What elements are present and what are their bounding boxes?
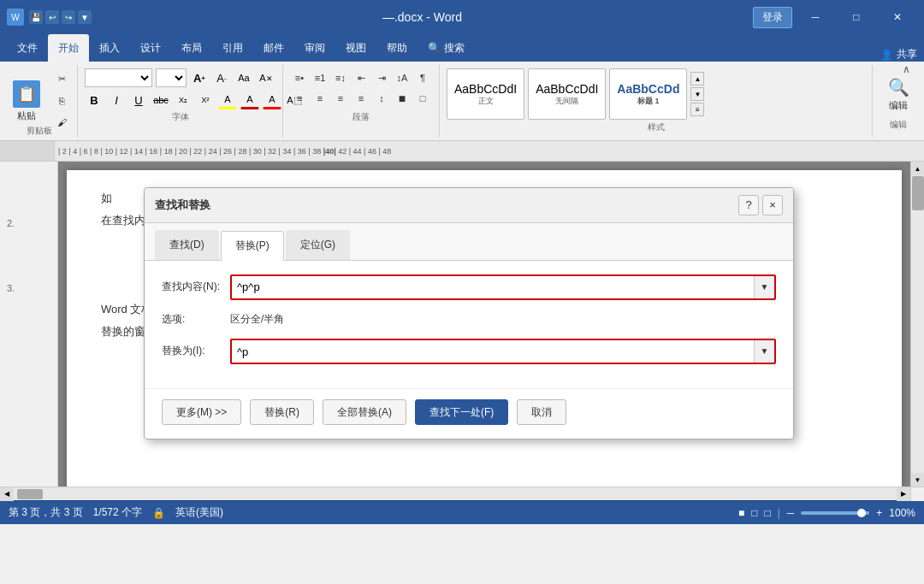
- decrease-indent-button[interactable]: ⇤: [352, 68, 370, 87]
- statusbar-left: 第 3 页，共 3 页 1/572 个字 🔒 英语(美国): [9, 505, 223, 520]
- tab-view[interactable]: 视图: [335, 34, 376, 62]
- ribbon-collapse-button[interactable]: ∧: [903, 63, 910, 75]
- scroll-left-button[interactable]: ◀: [0, 487, 14, 501]
- tab-replace[interactable]: 替换(P): [221, 231, 284, 261]
- scroll-down-button[interactable]: ▼: [911, 473, 925, 487]
- tab-review[interactable]: 审阅: [294, 34, 335, 62]
- italic-button[interactable]: I: [107, 91, 126, 109]
- dialog-buttons: 更多(M) >> 替换(R) 全部替换(A) 查找下一处(F) 取消: [145, 388, 793, 439]
- increase-indent-button[interactable]: ⇥: [372, 68, 391, 87]
- dialog-overlay: 查找和替换 ? × 查找(D) 替换(P) 定位(G) 查找内容(N: [67, 170, 902, 487]
- justify-button[interactable]: ≡: [352, 89, 370, 108]
- scroll-up-button[interactable]: ▲: [911, 162, 925, 175]
- share-button[interactable]: 👤 共享: [880, 47, 917, 62]
- tab-mailings[interactable]: 邮件: [253, 34, 294, 62]
- paste-button[interactable]: 📋 粘贴: [5, 68, 48, 133]
- shading-button[interactable]: ■: [393, 89, 412, 108]
- underline-button[interactable]: U: [129, 91, 148, 109]
- cut-button[interactable]: ✂: [51, 71, 72, 88]
- subscript-button[interactable]: X₂: [174, 91, 192, 109]
- style-normal[interactable]: AaBbCcDdI 正文: [447, 68, 524, 120]
- tab-help[interactable]: 帮助: [376, 34, 418, 62]
- styles-scroll-up[interactable]: ▲: [690, 72, 704, 86]
- minimize-button[interactable]: ─: [796, 4, 835, 30]
- maximize-button[interactable]: □: [837, 4, 876, 30]
- tab-search[interactable]: 🔍搜索: [418, 34, 475, 62]
- login-button[interactable]: 登录: [753, 7, 792, 28]
- superscript-button[interactable]: X²: [196, 91, 215, 109]
- tab-goto[interactable]: 定位(G): [286, 230, 350, 260]
- find-dropdown-button[interactable]: ▼: [754, 276, 774, 298]
- dialog-close-button[interactable]: ×: [762, 195, 783, 215]
- copy-button[interactable]: ⎘: [51, 92, 72, 109]
- redo-quick-btn[interactable]: ↪: [62, 10, 75, 24]
- tab-layout[interactable]: 布局: [171, 34, 212, 62]
- cancel-button[interactable]: 取消: [517, 399, 566, 425]
- h-scroll-track[interactable]: [14, 487, 897, 500]
- sort-button[interactable]: ↕A: [393, 68, 412, 87]
- change-case-button[interactable]: Aa: [234, 68, 253, 87]
- tab-insert[interactable]: 插入: [89, 34, 130, 62]
- replace-all-button[interactable]: 全部替换(A): [323, 399, 406, 425]
- zoom-slider[interactable]: [801, 511, 869, 515]
- replace-input[interactable]: [232, 340, 750, 363]
- font-row2: B I U abc X₂ X² A A A A⬚: [85, 91, 275, 109]
- tab-home[interactable]: 开始: [48, 34, 89, 62]
- tab-find[interactable]: 查找(D): [155, 230, 219, 260]
- bullets-button[interactable]: ≡•: [290, 68, 309, 87]
- clear-format-button[interactable]: A✕: [257, 68, 275, 87]
- save-quick-btn[interactable]: 💾: [29, 10, 43, 24]
- tab-references[interactable]: 引用: [212, 34, 253, 62]
- find-next-button[interactable]: 查找下一处(F): [415, 399, 508, 425]
- customize-quick-btn[interactable]: ▼: [78, 10, 92, 24]
- font-color2-button[interactable]: A: [263, 91, 281, 109]
- font-color-button[interactable]: A: [218, 91, 237, 109]
- tab-file[interactable]: 文件: [7, 34, 48, 62]
- zoom-level: 100%: [889, 507, 915, 519]
- zoom-out-button[interactable]: ─: [787, 507, 795, 519]
- zoom-in-button[interactable]: +: [876, 507, 882, 519]
- font-family-select[interactable]: [85, 68, 152, 87]
- style-no-spacing-preview: AaBbCcDdI: [536, 82, 598, 96]
- replace-button[interactable]: 替换(R): [250, 399, 314, 425]
- align-center-button[interactable]: ≡: [311, 89, 329, 108]
- zoom-thumb: [857, 509, 866, 517]
- align-right-button[interactable]: ≡: [331, 89, 350, 108]
- replace-dropdown-button[interactable]: ▼: [754, 340, 774, 363]
- h-scroll-thumb[interactable]: [17, 489, 43, 499]
- view-icon-web[interactable]: □: [751, 507, 757, 519]
- options-row: 选项: 区分全/半角: [162, 310, 776, 329]
- borders-button[interactable]: □: [413, 89, 432, 108]
- scroll-thumb[interactable]: [912, 176, 924, 210]
- strikethrough-button[interactable]: abc: [151, 91, 170, 109]
- tab-design[interactable]: 设计: [130, 34, 171, 62]
- numbering-button[interactable]: ≡1: [311, 68, 329, 87]
- word-icon: W: [7, 9, 24, 26]
- align-left-button[interactable]: ≡: [290, 89, 309, 108]
- view-icon-print[interactable]: ■: [738, 507, 744, 519]
- scroll-right-button[interactable]: ▶: [897, 487, 910, 501]
- line-spacing-button[interactable]: ↕: [372, 89, 391, 108]
- undo-quick-btn[interactable]: ↩: [45, 10, 59, 24]
- scroll-track[interactable]: [911, 175, 924, 473]
- view-icon-read[interactable]: □: [764, 507, 770, 519]
- close-button[interactable]: ✕: [878, 4, 917, 30]
- font-shrink-button[interactable]: A-: [212, 68, 231, 87]
- editing-group-label: 编辑: [890, 119, 907, 131]
- styles-expand[interactable]: ≡: [690, 103, 704, 116]
- show-marks-button[interactable]: ¶: [413, 68, 432, 87]
- bold-button[interactable]: B: [85, 91, 104, 109]
- styles-scroll-down[interactable]: ▼: [690, 87, 704, 101]
- style-heading1[interactable]: AaBbCcDd 标题 1: [609, 68, 687, 120]
- search-icon: 🔍: [888, 77, 909, 97]
- font-grow-button[interactable]: A+: [190, 68, 209, 87]
- font-size-select[interactable]: [156, 68, 187, 87]
- dialog-help-button[interactable]: ?: [738, 195, 759, 215]
- highlight-color-button[interactable]: A: [240, 91, 259, 109]
- editing-search-button[interactable]: 🔍 编辑: [883, 72, 915, 117]
- find-input[interactable]: [232, 276, 750, 298]
- more-button[interactable]: 更多(M) >>: [162, 399, 241, 425]
- style-no-spacing[interactable]: AaBbCcDdI 无间隔: [528, 68, 606, 120]
- multilevel-button[interactable]: ≡↕: [331, 68, 350, 87]
- document-paper[interactable]: 如 在查找内 Word 文档经常会出现很多空格，一个一个删很麻烦！我们可以按【C…: [67, 170, 902, 487]
